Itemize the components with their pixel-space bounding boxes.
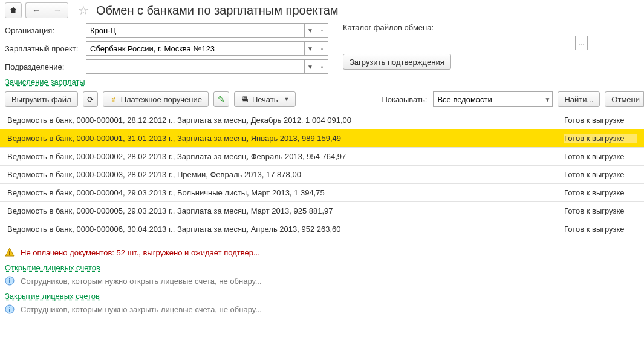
project-row: Зарплатный проект: ▼ ▫ xyxy=(5,41,328,56)
show-dropdown-button[interactable]: ▼ xyxy=(542,91,553,107)
org-combo: ▼ ▫ xyxy=(86,23,328,38)
row-status: Готов к выгрузке xyxy=(564,224,637,234)
table-row[interactable]: Ведомость в банк, 0000-000004, 29.03.201… xyxy=(0,184,644,202)
row-description: Ведомость в банк, 0000-000001, 28.12.201… xyxy=(7,116,564,125)
catalog-browse-button[interactable]: ... xyxy=(576,36,588,50)
org-dropdown-button[interactable]: ▼ xyxy=(304,23,316,38)
back-button[interactable]: ← xyxy=(25,2,47,18)
row-status: Готов к выгрузке xyxy=(564,134,637,143)
payroll-credit-link[interactable]: Зачисление зарплаты xyxy=(5,77,85,87)
open-accounts-info-line: Сотрудников, которым нужно открыть лицев… xyxy=(5,276,639,286)
table-row[interactable]: Ведомость в банк, 0000-000001, 31.01.201… xyxy=(0,129,644,148)
row-status: Готов к выгрузке xyxy=(564,152,637,161)
chevron-down-icon: ▼ xyxy=(544,96,550,103)
row-description: Ведомость в банк, 0000-000001, 31.01.201… xyxy=(7,134,564,143)
edit-button[interactable]: ✎ xyxy=(213,91,229,107)
payroll-credit-section: Зачисление зарплаты xyxy=(0,74,644,89)
footer-area: Не оплачено документов: 52 шт., выгружен… xyxy=(0,241,644,323)
chevron-down-icon: ▼ xyxy=(307,45,313,52)
org-input[interactable] xyxy=(86,23,304,38)
chevron-down-icon: ▼ xyxy=(307,27,313,34)
svg-rect-7 xyxy=(9,307,10,308)
project-label: Зарплатный проект: xyxy=(5,44,83,53)
row-description: Ведомость в банк, 0000-000004, 29.03.201… xyxy=(7,188,564,197)
home-button[interactable] xyxy=(5,2,22,18)
row-description: Ведомость в банк, 0000-000003, 28.02.201… xyxy=(7,170,564,179)
open-accounts-info-text: Сотрудников, которым нужно открыть лицев… xyxy=(21,277,262,286)
open-icon: ▫ xyxy=(321,27,324,34)
ellipsis-icon: ... xyxy=(579,39,584,47)
chevron-down-icon: ▼ xyxy=(307,64,313,70)
open-accounts-link[interactable]: Открытие лицевых счетов xyxy=(5,263,100,272)
open-icon: ▫ xyxy=(321,45,324,52)
unpaid-warning-text: Не оплачено документов: 52 шт., выгружен… xyxy=(21,248,260,257)
close-accounts-info-line: Сотрудников, которым нужно закрыть лицев… xyxy=(5,304,639,314)
refresh-icon: ⟳ xyxy=(87,95,94,104)
row-status: Готов к выгрузке xyxy=(564,188,637,197)
close-accounts-info-text: Сотрудников, которым нужно закрыть лицев… xyxy=(21,305,262,314)
svg-rect-1 xyxy=(9,254,10,255)
table-row[interactable]: Ведомость в банк, 0000-000006, 30.04.201… xyxy=(0,220,644,238)
row-description: Ведомость в банк, 0000-000006, 30.04.201… xyxy=(7,224,564,234)
row-status: Готов к выгрузке xyxy=(564,170,637,179)
warning-icon xyxy=(5,247,15,257)
show-input[interactable] xyxy=(433,91,542,107)
document-icon: 🗎 xyxy=(109,95,117,104)
org-label: Организация: xyxy=(5,26,83,35)
unpaid-warning-line: Не оплачено документов: 52 шт., выгружен… xyxy=(5,247,639,257)
row-status: Готов к выгрузке xyxy=(564,116,637,125)
find-button[interactable]: Найти... xyxy=(558,91,600,107)
refresh-button[interactable]: ⟳ xyxy=(83,91,98,107)
dept-input[interactable] xyxy=(86,59,304,74)
action-bar: Выгрузить файл ⟳ 🗎 Платежное поручение ✎… xyxy=(0,89,644,111)
cancel-button[interactable]: Отмени xyxy=(605,91,644,107)
table-row[interactable]: Ведомость в банк, 0000-000005, 29.03.201… xyxy=(0,202,644,220)
pencil-icon: ✎ xyxy=(218,94,225,104)
form-right: Каталог файлов обмена: ... Загрузить под… xyxy=(343,23,588,70)
svg-rect-4 xyxy=(9,278,10,280)
dept-dropdown-button[interactable]: ▼ xyxy=(304,59,316,74)
dept-open-button[interactable]: ▫ xyxy=(316,59,328,74)
table-row[interactable]: Ведомость в банк, 0000-000001, 28.12.201… xyxy=(0,111,644,129)
project-open-button[interactable]: ▫ xyxy=(316,41,328,56)
table-row[interactable]: Ведомость в банк, 0000-000003, 28.02.201… xyxy=(0,166,644,184)
forward-button[interactable]: → xyxy=(47,2,68,18)
org-row: Организация: ▼ ▫ xyxy=(5,23,328,38)
info-icon xyxy=(5,276,15,286)
page-title: Обмен с банками по зарплатным проектам xyxy=(96,4,339,18)
arrow-left-icon: ← xyxy=(32,5,41,15)
row-status: Готов к выгрузке xyxy=(564,206,637,215)
catalog-input[interactable] xyxy=(343,36,576,50)
export-file-button[interactable]: Выгрузить файл xyxy=(5,91,78,107)
svg-rect-3 xyxy=(9,280,10,283)
org-open-button[interactable]: ▫ xyxy=(316,23,328,38)
info-icon xyxy=(5,304,15,314)
show-select: ▼ xyxy=(433,91,553,107)
project-combo: ▼ ▫ xyxy=(86,41,328,56)
favorite-star-icon[interactable]: ☆ xyxy=(78,3,89,18)
history-nav: ← → xyxy=(25,2,68,18)
project-input[interactable] xyxy=(86,41,304,56)
chevron-down-icon: ▼ xyxy=(284,96,290,102)
svg-rect-6 xyxy=(9,309,10,312)
open-icon: ▫ xyxy=(321,64,324,70)
home-icon xyxy=(9,6,18,15)
load-confirmations-button[interactable]: Загрузить подтверждения xyxy=(343,54,451,70)
table-row[interactable]: Ведомость в банк, 0000-000002, 28.02.201… xyxy=(0,148,644,166)
project-dropdown-button[interactable]: ▼ xyxy=(304,41,316,56)
dept-row: Подразделение: ▼ ▫ xyxy=(5,59,328,74)
printer-icon: 🖶 xyxy=(241,95,249,104)
row-description: Ведомость в банк, 0000-000005, 29.03.201… xyxy=(7,206,564,215)
form-area: Организация: ▼ ▫ Зарплатный проект: ▼ ▫ … xyxy=(0,23,644,74)
print-button[interactable]: 🖶 Печать ▼ xyxy=(234,91,296,107)
print-label: Печать xyxy=(252,95,278,104)
arrow-right-icon: → xyxy=(53,5,62,15)
form-left: Организация: ▼ ▫ Зарплатный проект: ▼ ▫ … xyxy=(5,23,328,74)
payment-order-button[interactable]: 🗎 Платежное поручение xyxy=(103,91,209,107)
svg-rect-0 xyxy=(9,251,10,254)
dept-label: Подразделение: xyxy=(5,62,83,71)
show-label: Показывать: xyxy=(382,95,427,104)
documents-table[interactable]: Ведомость в банк, 0000-000001, 28.12.201… xyxy=(0,111,644,241)
close-accounts-link[interactable]: Закрытие лицевых счетов xyxy=(5,292,100,301)
top-nav: ← → ☆ Обмен с банками по зарплатным прое… xyxy=(0,0,644,23)
